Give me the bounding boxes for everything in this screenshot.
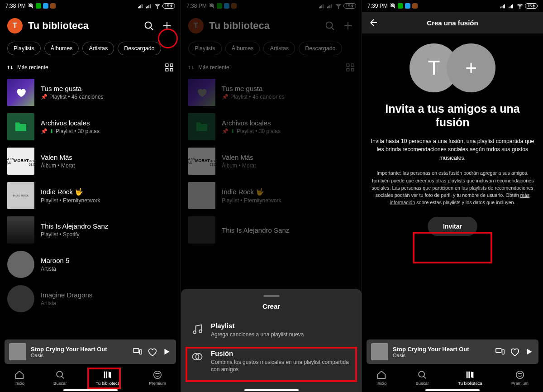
svg-rect-48: [500, 7, 501, 9]
devices-icon[interactable]: [133, 347, 143, 357]
svg-point-9: [157, 8, 158, 9]
svg-rect-42: [351, 68, 354, 71]
nav-premium[interactable]: Premium: [511, 370, 529, 386]
user-avatar[interactable]: T: [188, 18, 204, 33]
svg-point-24: [154, 371, 162, 378]
blend-icon: [191, 350, 204, 363]
svg-rect-55: [512, 5, 513, 9]
thumb-artist: [7, 285, 34, 312]
blend-add-circle[interactable]: +: [447, 43, 495, 92]
list-item[interactable]: Tus me gusta📌Playlist • 45 canciones: [7, 75, 173, 110]
status-app-icon: [50, 3, 56, 9]
thumb-playlist: INDIE ROCK: [7, 182, 34, 209]
add-button[interactable]: [161, 19, 173, 32]
nav-premium[interactable]: Premium: [149, 370, 166, 386]
blend-body: T + Invita a tus amigos a una fusión Inv…: [362, 33, 543, 246]
home-indicator[interactable]: [425, 389, 480, 391]
screen-blend-invite: 7:39 PM 15 Crea una fusión T + Invita a …: [362, 0, 543, 392]
list-item[interactable]: This Is Alejandro SanzPlaylist • Spotify: [7, 213, 173, 247]
signal-icon: [138, 3, 144, 9]
signal-icon: [500, 3, 507, 9]
now-playing-bar[interactable]: Stop Crying Your Heart OutOasis: [367, 339, 538, 364]
heart-icon[interactable]: [147, 347, 157, 357]
bottom-nav: Inicio Buscar Tu biblioteca Premium: [362, 366, 543, 392]
home-indicator[interactable]: [244, 389, 299, 391]
signal-icon: [146, 3, 152, 9]
play-icon[interactable]: [524, 347, 534, 357]
svg-point-63: [516, 371, 524, 378]
svg-rect-19: [140, 349, 142, 354]
svg-rect-61: [467, 371, 468, 378]
chip-downloaded[interactable]: Descargado: [118, 42, 161, 55]
heart-icon[interactable]: [510, 347, 519, 357]
thumb-folder: [7, 113, 34, 140]
svg-rect-7: [148, 5, 149, 8]
search-icon[interactable]: [324, 19, 336, 32]
nav-home[interactable]: Inicio: [376, 370, 386, 386]
np-artwork: [371, 343, 388, 360]
grid-view-icon[interactable]: [165, 63, 173, 72]
svg-line-60: [424, 376, 426, 378]
chip-albums[interactable]: Álbumes: [44, 42, 79, 55]
sheet-handle[interactable]: [263, 295, 280, 297]
svg-rect-28: [321, 5, 322, 8]
sheet-option-blend[interactable]: FusiónCombina los gustos musicales en un…: [181, 344, 362, 378]
svg-point-20: [57, 371, 62, 377]
nav-home[interactable]: Inicio: [14, 370, 24, 386]
dnd-icon: [28, 3, 34, 9]
svg-rect-53: [510, 6, 511, 8]
status-time: 7:38 PM: [5, 3, 26, 9]
svg-rect-33: [331, 5, 332, 9]
library-header: T Tu biblioteca: [0, 12, 181, 40]
svg-rect-57: [496, 349, 501, 353]
svg-rect-3: [140, 5, 141, 8]
blend-header: Crea una fusión: [362, 12, 543, 33]
now-playing-bar[interactable]: Stop Crying Your Heart OutOasis: [5, 339, 176, 364]
nav-search[interactable]: Buscar: [53, 370, 67, 386]
user-avatar[interactable]: T: [7, 18, 23, 33]
svg-rect-41: [347, 68, 349, 71]
svg-point-10: [145, 22, 152, 29]
chip-artists[interactable]: Artistas: [82, 42, 114, 55]
svg-rect-2: [139, 6, 140, 8]
signal-icon: [509, 3, 515, 9]
add-button[interactable]: [342, 19, 354, 32]
screen-create-sheet: 7:38 PM 15 T Tu biblioteca PlaylistsÁlbu…: [181, 0, 362, 392]
search-icon[interactable]: [143, 19, 155, 32]
sheet-option-playlist[interactable]: PlaylistAgrega canciones a una playlist …: [181, 316, 362, 344]
devices-icon[interactable]: [495, 347, 505, 357]
svg-rect-15: [170, 64, 173, 67]
nav-library[interactable]: Tu biblioteca: [96, 370, 120, 386]
blend-heading: Invita a tus amigos a una fusión: [370, 102, 535, 129]
svg-rect-62: [468, 371, 470, 378]
svg-rect-17: [170, 68, 173, 71]
list-item[interactable]: VALENMÁSMORAT00:00-03:09 Valen MásÁlbum …: [7, 144, 173, 178]
invite-button[interactable]: Invitar: [428, 217, 477, 236]
svg-rect-54: [511, 5, 512, 8]
svg-point-44: [199, 330, 202, 333]
dnd-icon: [390, 3, 396, 9]
svg-rect-40: [351, 64, 354, 67]
blend-description: Invita hasta 10 personas a una fusión, u…: [370, 137, 535, 162]
svg-rect-29: [323, 5, 324, 9]
nav-library[interactable]: Tu biblioteca: [458, 370, 482, 386]
chip-playlists[interactable]: Playlists: [7, 42, 41, 55]
list-item[interactable]: Maroon 5Artista: [7, 247, 173, 282]
sort-button[interactable]: Más reciente: [7, 64, 48, 71]
nav-search[interactable]: Buscar: [415, 370, 429, 386]
svg-rect-50: [503, 5, 504, 8]
list-item[interactable]: Imagine DragonsArtista: [7, 282, 173, 316]
bottom-nav: Inicio Buscar Tu biblioteca Premium: [0, 366, 181, 392]
svg-line-36: [332, 28, 334, 30]
home-indicator[interactable]: [63, 389, 118, 391]
svg-rect-22: [104, 371, 105, 378]
list-item[interactable]: Archivos locales📌⬇Playlist • 30 pistas: [7, 110, 173, 144]
svg-rect-18: [133, 349, 139, 353]
svg-rect-23: [106, 371, 108, 378]
np-artwork: [9, 343, 26, 360]
screen-library: 7:38 PM 15 T Tu biblioteca Playlists Álb…: [0, 0, 181, 392]
svg-rect-16: [166, 68, 168, 71]
wifi-icon: [517, 3, 523, 9]
list-item[interactable]: INDIE ROCK Indie Rock 🤟Playlist • Eterni…: [7, 178, 173, 213]
play-icon[interactable]: [162, 347, 171, 357]
